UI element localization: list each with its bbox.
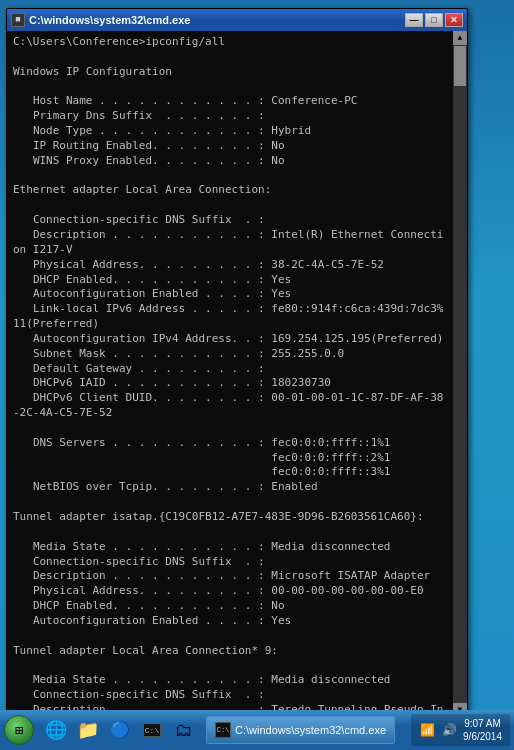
cmd-body[interactable]: C:\Users\Conference>ipconfig/all Windows… [7, 31, 467, 717]
minimize-button[interactable]: — [405, 13, 423, 27]
scrollbar[interactable]: ▲ ▼ [453, 31, 467, 717]
start-button[interactable]: ⊞ [4, 715, 34, 745]
quick-launch-bar: 🌐 📁 🔵 C:\ 🗂 [38, 716, 202, 744]
maximize-button[interactable]: □ [425, 13, 443, 27]
close-button[interactable]: ✕ [445, 13, 463, 27]
explorer-taskbar-icon[interactable]: 🗂 [170, 716, 198, 744]
network-tray-icon[interactable]: 📶 [419, 722, 435, 738]
volume-tray-icon[interactable]: 🔊 [441, 722, 457, 738]
chrome-icon[interactable]: 🔵 [106, 716, 134, 744]
cmd-taskbar-icon[interactable]: C:\ [138, 716, 166, 744]
start-icon: ⊞ [15, 722, 23, 739]
clock-date: 9/6/2014 [463, 730, 502, 743]
title-bar: ■ C:\windows\system32\cmd.exe — □ ✕ [7, 9, 467, 31]
ie-icon[interactable]: 🌐 [42, 716, 70, 744]
scrollbar-track[interactable] [453, 45, 467, 703]
title-bar-left: ■ C:\windows\system32\cmd.exe [11, 13, 190, 27]
title-bar-buttons: — □ ✕ [405, 13, 463, 27]
system-clock[interactable]: 9:07 AM 9/6/2014 [463, 717, 502, 743]
task-cmd-label: C:\windows\system32\cmd.exe [235, 724, 386, 736]
taskbar: ⊞ 🌐 📁 🔵 C:\ 🗂 C:\ C:\windows\system32\cm… [0, 710, 514, 750]
cmd-window-icon: ■ [11, 13, 25, 27]
folder-icon[interactable]: 📁 [74, 716, 102, 744]
scrollbar-up-button[interactable]: ▲ [453, 31, 467, 45]
clock-time: 9:07 AM [463, 717, 502, 730]
task-cmd-icon: C:\ [215, 722, 231, 738]
window-title: C:\windows\system32\cmd.exe [29, 14, 190, 26]
cmd-window: ■ C:\windows\system32\cmd.exe — □ ✕ C:\U… [6, 8, 468, 718]
cmd-output: C:\Users\Conference>ipconfig/all Windows… [13, 35, 447, 717]
desktop: ■ C:\windows\system32\cmd.exe — □ ✕ C:\U… [0, 0, 514, 750]
scrollbar-thumb[interactable] [454, 46, 466, 86]
taskbar-task-cmd[interactable]: C:\ C:\windows\system32\cmd.exe [206, 716, 395, 744]
system-tray: 📶 🔊 9:07 AM 9/6/2014 [411, 714, 510, 746]
